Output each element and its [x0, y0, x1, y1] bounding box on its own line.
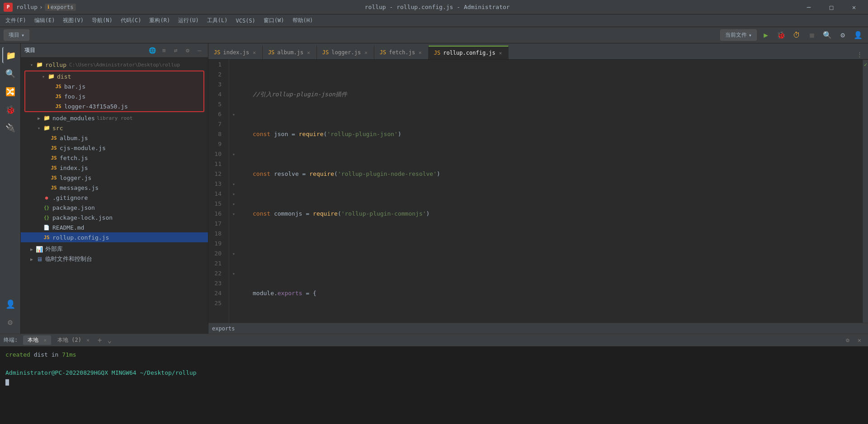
terminal-settings-icon[interactable]: ⚙: [843, 335, 853, 345]
tab-close-index[interactable]: ✕: [252, 50, 257, 56]
fold-arrow-22[interactable]: ▾: [229, 269, 238, 278]
code-area[interactable]: 1 2 3 4 5 6 7 8 9 10 11 12 13 14 15 16 1: [208, 60, 868, 323]
fold-arrow-16[interactable]: ▾: [229, 209, 238, 219]
run-button[interactable]: ▶: [760, 29, 772, 42]
fold-arrow-15[interactable]: ▾: [229, 199, 238, 209]
tab-close-fetch[interactable]: ✕: [418, 50, 423, 56]
fold-arrow-14[interactable]: ▾: [229, 189, 238, 199]
activity-debug[interactable]: 🐞: [2, 101, 19, 118]
search-button[interactable]: 🔍: [821, 29, 834, 42]
tab-logger-js[interactable]: JS logger.js ✕: [317, 46, 374, 59]
expand-terminal-button[interactable]: ⌄: [106, 336, 114, 344]
menu-item-0[interactable]: 文件(F): [2, 16, 30, 25]
tab-fetch-js[interactable]: JS fetch.js ✕: [374, 46, 429, 59]
tree-item-foo-js[interactable]: JS foo.js: [25, 91, 203, 101]
tab-album-js[interactable]: JS album.js ✕: [263, 46, 317, 59]
sidebar-icon-globe[interactable]: 🌐: [147, 46, 157, 56]
maximize-button[interactable]: □: [821, 0, 842, 14]
sidebar-icon-gear[interactable]: ⚙: [183, 46, 193, 56]
sidebar-icon-list[interactable]: ≡: [159, 46, 169, 56]
menu-item-1[interactable]: 编辑(E): [31, 16, 59, 25]
bottom-tab-local[interactable]: 本地 ✕: [23, 335, 51, 345]
account-button[interactable]: 👤: [852, 29, 864, 42]
tree-item-temp-files[interactable]: ▶ 🖥 临时文件和控制台: [21, 254, 208, 264]
tree-item-cjs-module-js[interactable]: JS cjs-module.js: [21, 143, 208, 153]
menu-item-2[interactable]: 视图(V): [59, 16, 87, 25]
fold-empty-23: [229, 278, 238, 288]
tab-close-rollup-config[interactable]: ✕: [498, 50, 503, 56]
code-content[interactable]: //引入rollup-plugin-json插件 const json = re…: [238, 60, 863, 323]
tree-item-src[interactable]: ▾ 📁 src: [21, 123, 208, 133]
activity-plugins[interactable]: 🔌: [2, 119, 19, 136]
line-num-13: 13: [208, 179, 225, 189]
profile-button[interactable]: ⏱: [790, 29, 803, 42]
menu-item-4[interactable]: 代码(C): [117, 16, 145, 25]
activity-vcs[interactable]: 🔀: [2, 83, 19, 99]
line-num-21: 21: [208, 259, 225, 269]
tree-item-node-modules[interactable]: ▶ 📁 node_modules library root: [21, 113, 208, 123]
bottom-tab-local2[interactable]: 本地 (2) ✕: [53, 335, 94, 345]
line-num-25: 25: [208, 298, 225, 308]
current-file-dropdown-arrow: ▾: [749, 32, 752, 38]
tree-item-rollup-root[interactable]: ▾ 📁 rollup C:\Users\Administrator\Deskto…: [21, 60, 208, 70]
tree-arrow-root: ▾: [28, 61, 35, 68]
activity-files[interactable]: 📁: [2, 47, 19, 63]
bottom-panel: 终端: 本地 ✕ 本地 (2) ✕ + ⌄ ⚙ ✕ created dist i…: [0, 334, 868, 424]
tab-bar-settings-icon[interactable]: ⋮: [854, 49, 864, 59]
sidebar-icon-minus[interactable]: —: [194, 46, 204, 56]
menu-bar: 文件(F)编辑(E)视图(V)导航(N)代码(C)重构(R)运行(U)工具(L)…: [0, 14, 868, 27]
project-dropdown[interactable]: 项目 ▾: [4, 29, 29, 41]
stop-button[interactable]: ■: [806, 29, 818, 42]
tree-item-bar-js[interactable]: JS bar.js: [25, 81, 203, 91]
close-button[interactable]: ✕: [844, 0, 864, 14]
menu-item-3[interactable]: 导航(N): [88, 16, 116, 25]
tree-item-album-js[interactable]: JS album.js: [21, 133, 208, 143]
current-file-button[interactable]: 当前文件 ▾: [720, 29, 757, 41]
minimize-button[interactable]: ─: [798, 0, 819, 14]
tree-item-external-lib[interactable]: ▶ 📊 外部库: [21, 244, 208, 254]
menu-item-8[interactable]: VCS(S): [232, 17, 259, 25]
tab-close-album[interactable]: ✕: [306, 50, 311, 56]
tree-item-messages-js[interactable]: JS messages.js: [21, 183, 208, 193]
tab-index-js[interactable]: JS index.js ✕: [208, 46, 263, 59]
tree-item-package-lock-json[interactable]: {} package-lock.json: [21, 212, 208, 222]
add-terminal-tab-button[interactable]: +: [96, 336, 104, 344]
fold-arrow-6[interactable]: ▾: [229, 109, 238, 119]
bottom-tab-local-close[interactable]: ✕: [43, 337, 47, 343]
settings-button[interactable]: ⚙: [836, 29, 849, 42]
activity-settings[interactable]: ⚙: [2, 314, 19, 330]
bottom-tab-local2-close[interactable]: ✕: [86, 337, 90, 343]
tab-rollup-config-js[interactable]: JS rollup.config.js ✕: [429, 46, 509, 59]
exports-badge[interactable]: ℹ exports: [45, 4, 76, 11]
fold-arrow-13[interactable]: ▾: [229, 179, 238, 189]
code-line-3: const resolve = require('rollup-plugin-n…: [244, 169, 863, 179]
menu-item-6[interactable]: 运行(U): [175, 16, 203, 25]
fold-arrows-column: ▾ ▾ ▾ ▾ ▾ ▾ ▾ ▾: [229, 60, 238, 323]
menu-item-10[interactable]: 帮助(H): [289, 16, 317, 25]
fold-arrow-10[interactable]: ▾: [229, 149, 238, 159]
tree-item-index-js-src[interactable]: JS index.js: [21, 163, 208, 173]
tab-close-logger[interactable]: ✕: [363, 50, 368, 56]
tree-item-gitignore[interactable]: ● .gitignore: [21, 193, 208, 203]
tab-icon-fetch: JS: [380, 49, 386, 56]
tree-item-package-json[interactable]: {} package.json: [21, 203, 208, 212]
tree-name-readme-md: README.md: [52, 224, 84, 231]
tree-item-fetch-js[interactable]: JS fetch.js: [21, 153, 208, 163]
tree-item-readme-md[interactable]: 📄 README.md: [21, 222, 208, 232]
tree-item-logger-hash-js[interactable]: JS logger-43f15a50.js: [25, 101, 203, 111]
sidebar-icon-swap[interactable]: ⇄: [171, 46, 181, 56]
tree-item-logger-js[interactable]: JS logger.js: [21, 173, 208, 183]
activity-account[interactable]: 👤: [2, 296, 19, 312]
menu-item-7[interactable]: 工具(L): [203, 16, 231, 25]
terminal-content[interactable]: created dist in 71ms Administrator@PC-20…: [0, 347, 868, 424]
tree-name-rollup-config-js: rollup.config.js: [52, 234, 109, 241]
tree-item-rollup-config-js[interactable]: JS rollup.config.js: [21, 232, 208, 242]
menu-item-9[interactable]: 窗口(W): [260, 16, 288, 25]
activity-search[interactable]: 🔍: [2, 65, 19, 81]
debug-button[interactable]: 🐞: [775, 29, 788, 42]
fold-arrow-20[interactable]: ▾: [229, 249, 238, 259]
fold-empty-25: [229, 298, 238, 308]
menu-item-5[interactable]: 重构(R): [146, 16, 174, 25]
terminal-close-icon[interactable]: ✕: [854, 335, 864, 345]
tree-item-dist[interactable]: ▾ 📁 dist: [25, 71, 203, 81]
